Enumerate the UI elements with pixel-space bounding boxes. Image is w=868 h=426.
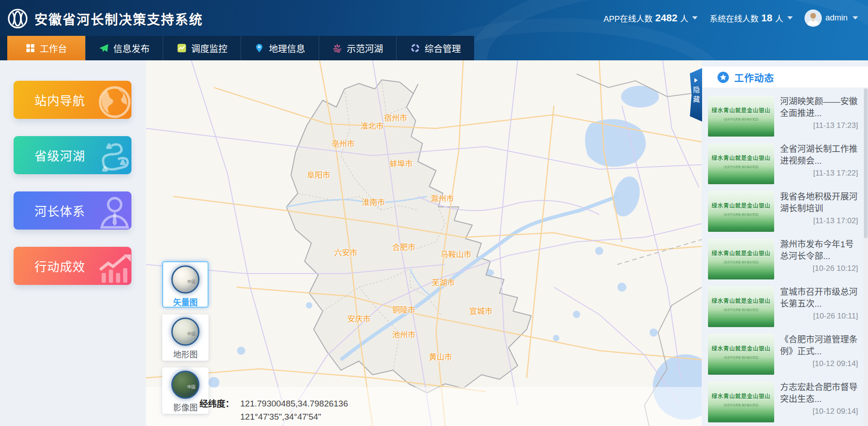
news-thumbnail: 绿水青山就是金山银山 （改善环境质量 保护美好家园） (708, 239, 774, 279)
brand: 安徽省河长制决策支持系统 (7, 5, 203, 32)
caret-down-icon (692, 16, 698, 20)
globe-label: 中国 (187, 331, 195, 337)
thumbnail-banner-subtext: （改善环境质量 保护美好家园） (708, 117, 774, 121)
thumbnail-banner-subtext: （改善环境质量 保护美好家园） (708, 308, 774, 312)
header: 安徽省河长制决策支持系统 APP在线人数 2482 人 系统在线人数 18 人 (0, 0, 868, 60)
layer-label: 矢量图 (163, 296, 208, 308)
news-title: 方志宏赴合肥市督导突出生态... (780, 382, 858, 405)
news-timestamp: [11-13 17:23] (780, 121, 858, 130)
news-title: 我省各地积极开展河湖长制培训 (780, 191, 858, 215)
thumbnail-banner-subtext: （改善环境质量 保护美好家园） (708, 355, 774, 359)
nav-tab-label: 示范河湖 (347, 42, 383, 55)
lotus-icon (332, 43, 342, 53)
nav-tab[interactable]: 综合管理 (396, 36, 474, 60)
news-thumbnail: 绿水青山就是金山银山 （改善环境质量 保护美好家园） (708, 334, 774, 375)
app-logo-icon (7, 8, 28, 29)
nav-tab[interactable]: 调度监控 (163, 36, 241, 60)
system-online-count: 18 (761, 12, 772, 24)
news-list: 绿水青山就是金山银山 （改善环境质量 保护美好家园） 河湖映笑颜——安徽全面推进… (702, 88, 868, 422)
layer-label: 地形图 (162, 348, 209, 360)
thumbnail-banner-text: 绿水青山就是金山银山 (708, 106, 774, 114)
app-root: 安徽省河长制决策支持系统 APP在线人数 2482 人 系统在线人数 18 人 (0, 0, 868, 426)
thumbnail-banner-text: 绿水青山就是金山银山 (708, 154, 774, 162)
header-right: APP在线人数 2482 人 系统在线人数 18 人 (604, 0, 858, 36)
thumbnail-banner-subtext: （改善环境质量 保护美好家园） (708, 165, 774, 169)
news-item[interactable]: 绿水青山就是金山银山 （改善环境质量 保护美好家园） 宣城市召开市级总河长第五次… (708, 286, 858, 327)
caret-down-icon (853, 16, 858, 20)
avatar (805, 10, 822, 27)
coordinates-decimal: 121.79300485,34.79826136 (240, 397, 348, 410)
coordinates-label: 经纬度： (199, 397, 234, 423)
news-title: 宣城市召开市级总河长第五次... (780, 286, 858, 310)
main-nav: 工作台 信息发布 调度监控 地理信息 (0, 36, 474, 60)
river-icon (95, 138, 131, 174)
thumbnail-banner-text: 绿水青山就是金山银山 (708, 297, 774, 304)
thumbnail-banner-text: 绿水青山就是金山银山 (708, 392, 774, 400)
person-icon (95, 193, 131, 230)
location-icon (254, 43, 264, 53)
news-timestamp: [10-12 09:14] (780, 359, 858, 368)
news-item[interactable]: 绿水青山就是金山银山 （改善环境质量 保护美好家园） 《合肥市河道管理条例》正式… (708, 334, 858, 375)
news-item[interactable]: 绿水青山就是金山银山 （改善环境质量 保护美好家园） 滁州市发布今年1号总河长令… (708, 239, 858, 279)
news-item[interactable]: 绿水青山就是金山银山 （改善环境质量 保护美好家园） 方志宏赴合肥市督导突出生态… (708, 382, 858, 422)
news-panel: 隐藏 工作动态 绿水青山就是金山银山 （改善环境质量 保护美好家园） (702, 60, 868, 426)
news-panel-title: 工作动态 (734, 70, 774, 84)
chart-up-icon (95, 249, 131, 285)
thumbnail-banner-subtext: （改善环境质量 保护美好家园） (708, 403, 774, 407)
sidebar-button-label: 行动成效 (14, 257, 85, 275)
map-layer-option[interactable]: 中国 矢量图 (162, 261, 209, 308)
app-online-unit: 人 (680, 12, 688, 24)
news-thumbnail: 绿水青山就是金山银山 （改善环境质量 保护美好家园） (708, 382, 774, 422)
sidebar-button[interactable]: 行动成效 (14, 247, 131, 285)
user-menu[interactable]: admin (805, 10, 858, 27)
globe-thumbnail: 中国 (171, 371, 199, 399)
hide-panel-button[interactable]: 隐藏 (690, 68, 702, 122)
nav-tab-label: 信息发布 (113, 42, 150, 55)
thumbnail-banner-text: 绿水青山就是金山银山 (708, 249, 774, 257)
app-online-count: 2482 (655, 12, 678, 24)
app-online-label: APP在线人数 (604, 12, 653, 24)
system-online-dropdown[interactable]: 系统在线人数 18 人 (709, 12, 792, 24)
news-thumbnail: 绿水青山就是金山银山 （改善环境质量 保护美好家园） (708, 191, 774, 232)
system-online-label: 系统在线人数 (709, 12, 758, 24)
nav-tab[interactable]: 示范河湖 (319, 36, 397, 60)
hide-label: 隐藏 (691, 86, 701, 105)
basemap-graphic (146, 60, 702, 426)
sidebar: 站内导航 省级河湖 河长体系 行动成效 (0, 60, 146, 426)
nav-tab-label: 工作台 (40, 42, 67, 55)
news-timestamp: [10-12 09:14] (780, 407, 858, 416)
app-online-dropdown[interactable]: APP在线人数 2482 人 (604, 12, 698, 24)
scrollbar-thumb[interactable] (864, 88, 868, 238)
system-online-unit: 人 (775, 12, 783, 24)
news-item[interactable]: 绿水青山就是金山银山 （改善环境质量 保护美好家园） 我省各地积极开展河湖长制培… (708, 191, 858, 232)
news-panel-header: 工作动态 (702, 67, 868, 88)
news-item[interactable]: 绿水青山就是金山银山 （改善环境质量 保护美好家园） 全省河湖长制工作推进视频会… (708, 143, 858, 184)
news-thumbnail: 绿水青山就是金山银山 （改善环境质量 保护美好家园） (708, 286, 774, 327)
map-canvas[interactable]: 宿州市 淮北市 亳州市 蚌埠市 阜阳市 淮南市 滁州市 六安市 合肥市 马鞍山市… (146, 60, 702, 426)
sidebar-button-label: 省级河湖 (14, 147, 85, 164)
sidebar-button-label: 河长体系 (14, 202, 85, 220)
nav-tab[interactable]: 地理信息 (241, 36, 319, 60)
thumbnail-banner-subtext: （改善环境质量 保护美好家园） (708, 212, 774, 216)
sidebar-button[interactable]: 省级河湖 (14, 136, 131, 174)
news-title: 滁州市发布今年1号总河长令部... (780, 239, 858, 262)
sidebar-button[interactable]: 站内导航 (14, 81, 131, 119)
sidebar-button[interactable]: 河长体系 (14, 191, 131, 230)
star-badge-icon (717, 71, 729, 83)
dashboard-icon (25, 43, 35, 53)
username: admin (825, 13, 848, 23)
globe-label: 中国 (187, 384, 195, 390)
nav-tab-label: 综合管理 (425, 42, 461, 55)
nav-tab[interactable]: 工作台 (7, 36, 85, 60)
globe-thumbnail: 中国 (171, 318, 199, 346)
news-item[interactable]: 绿水青山就是金山银山 （改善环境质量 保护美好家园） 河湖映笑颜——安徽全面推进… (708, 96, 858, 137)
nav-tab[interactable]: 信息发布 (85, 36, 163, 60)
map-layer-option[interactable]: 中国 地形图 (162, 314, 209, 361)
globe-thumbnail: 中国 (171, 265, 199, 294)
panel-scrollbar[interactable] (863, 88, 868, 426)
arrow-right-icon (694, 78, 698, 83)
globe-icon (95, 83, 131, 119)
page-title: 安徽省河长制决策支持系统 (34, 9, 203, 28)
caret-down-icon (787, 16, 793, 20)
news-title: 全省河湖长制工作推进视频会... (780, 143, 858, 167)
